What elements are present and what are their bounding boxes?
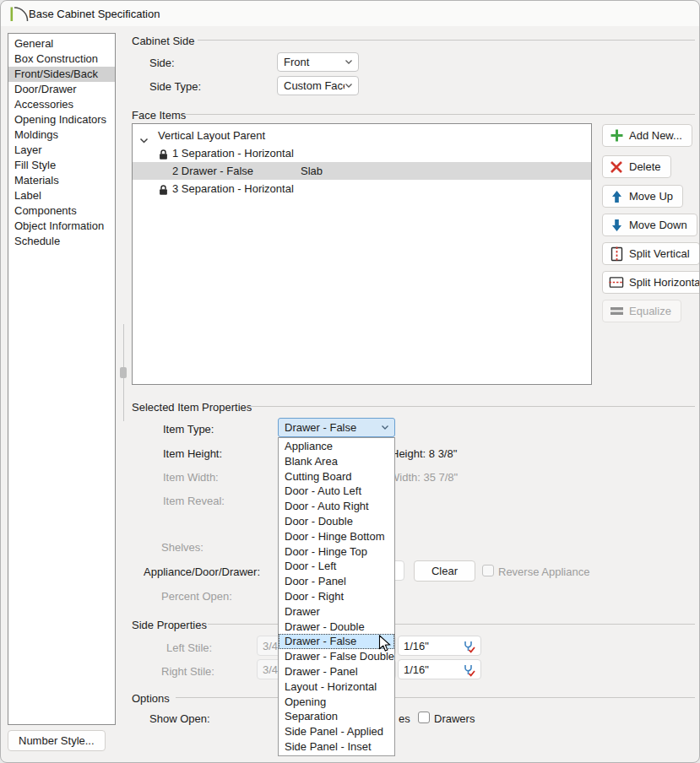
cabinet-door-swing-icon	[8, 5, 29, 24]
clear-button[interactable]: Clear	[414, 560, 475, 582]
reverse-appliance-label: Reverse Appliance	[498, 565, 589, 578]
tree-row-root[interactable]: Vertical Layout Parent	[133, 127, 591, 144]
item-type-combobox-value: Drawer - False	[285, 421, 381, 434]
sidebar-item-layer[interactable]: Layer	[8, 143, 115, 158]
delete-x-icon	[609, 160, 624, 175]
side-properties-group-title: Side Properties	[132, 619, 207, 631]
group-divider	[198, 40, 695, 41]
dropdown-option-side-panel-inset[interactable]: Side Panel - Inset	[279, 739, 394, 755]
chevron-down-icon	[381, 425, 389, 430]
pane-splitter-grip[interactable]	[120, 367, 127, 378]
dropdown-option-cutting-board[interactable]: Cutting Board	[279, 469, 394, 484]
sidebar-item-object-information[interactable]: Object Information	[8, 219, 115, 234]
show-open-label: Show Open:	[149, 712, 210, 725]
dropdown-option-door-right[interactable]: Door - Right	[279, 589, 394, 604]
delete-button[interactable]: Delete	[602, 155, 671, 178]
item-type-dropdown-list[interactable]: ApplianceBlank AreaCutting BoardDoor - A…	[278, 437, 395, 756]
chevron-down-icon	[345, 83, 353, 89]
sidebar-item-components[interactable]: Components	[8, 203, 115, 219]
sidebar-item-door-drawer[interactable]: Door/Drawer	[8, 82, 115, 97]
sidebar-item-general[interactable]: General	[8, 36, 115, 51]
group-divider	[247, 406, 695, 407]
reverse-appliance-checkbox[interactable]	[482, 565, 494, 576]
dropdown-option-door-left[interactable]: Door - Left	[279, 559, 394, 574]
tree-item-detail: Slab	[301, 162, 323, 180]
dropdown-option-blank-area[interactable]: Blank Area	[279, 454, 394, 469]
left-overlap-field[interactable]: 1/16"	[398, 636, 481, 656]
dropdown-option-door-auto-right[interactable]: Door - Auto Right	[279, 499, 394, 514]
right-overlap-field[interactable]: 1/16"	[398, 659, 481, 679]
move-down-button[interactable]: Move Down	[602, 214, 697, 236]
dropdown-option-door-panel[interactable]: Door - Panel	[279, 574, 394, 589]
face-items-tree[interactable]: Vertical Layout Parent1 Separation - Hor…	[132, 123, 592, 385]
button-label: Split Vertical	[629, 247, 690, 260]
chevron-down-icon	[345, 59, 353, 65]
dropdown-option-drawer-false[interactable]: Drawer - False	[279, 634, 394, 649]
selected-item-properties-group-title: Selected Item Properties	[132, 401, 252, 414]
side-label: Side:	[149, 57, 175, 69]
sidebar-item-opening-indicators[interactable]: Opening Indicators	[8, 112, 115, 127]
group-divider	[176, 697, 695, 698]
dropdown-option-opening[interactable]: Opening	[279, 695, 394, 710]
dropdown-option-drawer-false-double[interactable]: Drawer - False Double	[279, 649, 394, 664]
default-wrench-icon[interactable]	[461, 639, 475, 653]
default-wrench-icon[interactable]	[461, 663, 475, 677]
dropdown-option-drawer-panel[interactable]: Drawer - Panel	[279, 664, 394, 679]
tree-row[interactable]: 1 Separation - Horizontal	[133, 144, 591, 162]
dropdown-option-door-hinge-top[interactable]: Door - Hinge Top	[279, 544, 394, 560]
button-label: Move Down	[629, 219, 687, 231]
appliance-door-drawer-label: Appliance/Door/Drawer:	[144, 565, 260, 578]
tree-root-label: Vertical Layout Parent	[158, 127, 265, 144]
side-type-label: Side Type:	[149, 80, 201, 93]
number-style-button[interactable]: Number Style...	[8, 730, 106, 751]
dropdown-option-separation[interactable]: Separation	[279, 709, 394, 724]
button-label: Move Up	[629, 190, 673, 203]
sidebar-item-accessories[interactable]: Accessories	[8, 97, 115, 112]
side-combobox[interactable]: Front	[277, 52, 359, 72]
base-cabinet-specification-dialog: Base Cabinet Specification GeneralBox Co…	[0, 0, 700, 763]
dropdown-option-door-hinge-bottom[interactable]: Door - Hinge Bottom	[279, 529, 394, 544]
dropdown-option-side-panel-applied[interactable]: Side Panel - Applied	[279, 724, 394, 739]
height-info-text: Height: 8 3/8"	[391, 447, 457, 460]
sidebar-item-box-construction[interactable]: Box Construction	[8, 51, 115, 67]
sidebar-item-moldings[interactable]: Moldings	[8, 127, 115, 143]
split-horizontal-button[interactable]: Split Horizontal	[602, 271, 700, 294]
dropdown-option-appliance[interactable]: Appliance	[279, 439, 394, 454]
mouse-cursor	[378, 635, 395, 653]
sidebar-item-schedule[interactable]: Schedule	[8, 234, 115, 249]
dropdown-option-door-auto-left[interactable]: Door - Auto Left	[279, 484, 394, 499]
sidebar-panel-list: GeneralBox ConstructionFront/Sides/BackD…	[8, 33, 116, 725]
item-width-label: Item Width:	[163, 471, 219, 484]
drawers-checkbox[interactable]	[418, 712, 430, 723]
move-up-button[interactable]: Move Up	[602, 185, 683, 208]
dropdown-option-door-double[interactable]: Door - Double	[279, 514, 394, 529]
options-group-title: Options	[132, 692, 170, 705]
tree-row[interactable]: 2 Drawer - FalseSlab	[133, 162, 591, 180]
dropdown-option-drawer-double[interactable]: Drawer - Double	[279, 620, 394, 635]
split-horizontal-icon	[609, 275, 624, 290]
add-new-button[interactable]: Add New...	[602, 124, 692, 147]
shelves-label: Shelves:	[161, 541, 203, 554]
arrow-up-icon	[609, 189, 624, 204]
width-info-text: Width: 35 7/8"	[389, 471, 458, 484]
side-type-combobox[interactable]: Custom Face	[277, 76, 359, 95]
cabinet-side-group-title: Cabinet Side	[132, 35, 194, 47]
item-type-combobox[interactable]: Drawer - False	[278, 418, 395, 437]
sidebar-item-front-sides-back[interactable]: Front/Sides/Back	[8, 67, 115, 82]
sidebar-item-label[interactable]: Label	[8, 188, 115, 203]
split-vertical-button[interactable]: Split Vertical	[602, 242, 700, 265]
dropdown-option-layout-horizontal[interactable]: Layout - Horizontal	[279, 679, 394, 695]
dropdown-option-drawer[interactable]: Drawer	[279, 604, 394, 620]
right-overlap-value: 1/16"	[404, 663, 429, 676]
left-overlap-value: 1/16"	[404, 640, 429, 652]
item-reveal-label: Item Reveal:	[163, 495, 225, 507]
tree-row[interactable]: 3 Separation - Horizontal	[133, 180, 591, 198]
left-stile-label: Left Stile:	[166, 641, 212, 654]
button-label: Equalize	[629, 305, 671, 317]
button-label: Split Horizontal	[629, 276, 700, 289]
equalize-button: Equalize	[602, 300, 681, 322]
sidebar-item-materials[interactable]: Materials	[8, 173, 115, 188]
title-bar: Base Cabinet Specification	[1, 1, 699, 26]
sidebar-item-fill-style[interactable]: Fill Style	[8, 158, 115, 173]
button-label: Delete	[629, 160, 661, 173]
